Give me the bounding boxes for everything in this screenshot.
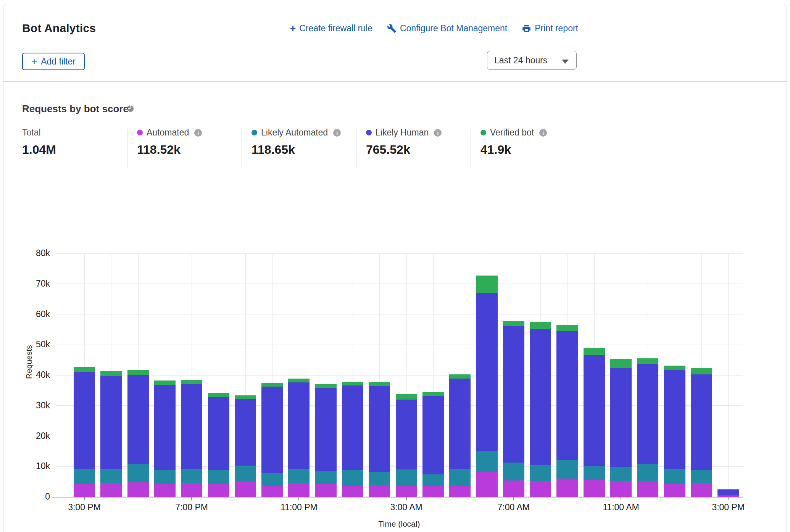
bar-segment-automated[interactable]: [556, 479, 578, 497]
bar-segment-verified-bot[interactable]: [584, 348, 605, 355]
bar-segment-verified-bot[interactable]: [100, 371, 122, 376]
bar-segment-automated[interactable]: [530, 481, 551, 497]
bar-segment-likely-automated[interactable]: [584, 466, 605, 480]
bar-segment-verified-bot[interactable]: [315, 384, 337, 388]
bar-segment-likely-automated[interactable]: [449, 469, 471, 486]
print-report-link[interactable]: Print report: [522, 23, 578, 34]
bar-segment-likely-human[interactable]: [503, 326, 524, 463]
bar-segment-likely-human[interactable]: [664, 370, 685, 469]
bar-segment-likely-automated[interactable]: [288, 469, 310, 483]
bar-segment-verified-bot[interactable]: [503, 321, 524, 326]
bar-segment-likely-human[interactable]: [315, 388, 337, 471]
bar-segment-automated[interactable]: [235, 482, 256, 497]
info-icon[interactable]: i: [333, 129, 341, 137]
bar-segment-likely-automated[interactable]: [369, 472, 390, 485]
bar-segment-verified-bot[interactable]: [127, 370, 149, 375]
bar-segment-likely-human[interactable]: [74, 372, 95, 469]
bar-segment-automated[interactable]: [288, 483, 310, 497]
bar-segment-automated[interactable]: [610, 481, 632, 497]
bar-segment-automated[interactable]: [664, 484, 685, 497]
bar-segment-likely-automated[interactable]: [637, 464, 658, 481]
bar-segment-likely-automated[interactable]: [610, 467, 632, 481]
bar-segment-likely-human[interactable]: [396, 400, 417, 469]
bar-segment-likely-human[interactable]: [717, 490, 739, 495]
bar-segment-likely-automated[interactable]: [235, 466, 256, 482]
bar-segment-likely-automated[interactable]: [154, 470, 176, 484]
bar-segment-likely-human[interactable]: [261, 387, 283, 473]
bar-segment-likely-human[interactable]: [637, 364, 658, 464]
bar-segment-automated[interactable]: [637, 481, 658, 497]
bar-segment-verified-bot[interactable]: [235, 395, 256, 399]
bar-segment-verified-bot[interactable]: [691, 368, 712, 374]
bar-segment-likely-automated[interactable]: [422, 474, 444, 486]
bar-segment-likely-human[interactable]: [369, 386, 390, 472]
bar-segment-likely-automated[interactable]: [503, 463, 524, 480]
bar-segment-likely-automated[interactable]: [315, 471, 337, 484]
bar-segment-likely-automated[interactable]: [717, 495, 739, 496]
info-icon[interactable]: i: [539, 129, 547, 137]
bar-segment-automated[interactable]: [261, 486, 283, 497]
bar-segment-verified-bot[interactable]: [717, 489, 739, 490]
bar-segment-likely-human[interactable]: [691, 374, 712, 470]
bar-segment-likely-automated[interactable]: [691, 470, 712, 483]
bar-segment-verified-bot[interactable]: [154, 380, 176, 385]
add-filter-button[interactable]: + Add filter: [22, 53, 85, 70]
bar-segment-likely-human[interactable]: [100, 376, 122, 469]
bar-segment-likely-human[interactable]: [208, 397, 229, 470]
bar-segment-verified-bot[interactable]: [422, 392, 444, 396]
bar-segment-automated[interactable]: [422, 486, 444, 497]
bar-segment-automated[interactable]: [127, 482, 149, 497]
bar-segment-likely-human[interactable]: [584, 355, 605, 467]
bar-segment-automated[interactable]: [181, 483, 202, 497]
bar-segment-likely-human[interactable]: [530, 329, 551, 465]
bar-segment-automated[interactable]: [315, 484, 337, 497]
bar-segment-likely-human[interactable]: [342, 385, 363, 470]
bar-segment-verified-bot[interactable]: [530, 322, 551, 329]
info-icon[interactable]: i: [434, 129, 442, 137]
bar-segment-likely-human[interactable]: [449, 379, 471, 469]
bar-segment-automated[interactable]: [154, 484, 176, 497]
bar-segment-automated[interactable]: [100, 483, 122, 497]
bar-segment-verified-bot[interactable]: [261, 383, 283, 387]
bar-segment-likely-automated[interactable]: [127, 464, 149, 482]
bar-segment-automated[interactable]: [584, 480, 605, 497]
bar-segment-likely-human[interactable]: [288, 382, 310, 469]
bar-segment-automated[interactable]: [449, 486, 471, 497]
bar-segment-likely-human[interactable]: [235, 399, 256, 466]
bar-segment-automated[interactable]: [208, 484, 229, 497]
bar-segment-verified-bot[interactable]: [208, 393, 229, 397]
time-range-select[interactable]: Last 24 hours: [487, 51, 577, 70]
bar-segment-verified-bot[interactable]: [181, 380, 202, 384]
bar-segment-automated[interactable]: [74, 484, 95, 497]
bar-segment-verified-bot[interactable]: [396, 394, 417, 400]
bar-segment-likely-human[interactable]: [127, 375, 149, 464]
bar-segment-likely-automated[interactable]: [530, 465, 551, 481]
create-firewall-rule-link[interactable]: + Create firewall rule: [290, 23, 372, 34]
bar-segment-verified-bot[interactable]: [664, 366, 685, 370]
bar-segment-likely-automated[interactable]: [396, 469, 417, 485]
bar-segment-likely-automated[interactable]: [181, 469, 202, 483]
bar-segment-verified-bot[interactable]: [369, 382, 390, 386]
bar-segment-likely-human[interactable]: [422, 396, 444, 474]
bar-segment-verified-bot[interactable]: [637, 358, 658, 364]
bar-segment-verified-bot[interactable]: [556, 325, 578, 331]
bar-segment-likely-human[interactable]: [556, 331, 578, 461]
bar-segment-likely-automated[interactable]: [556, 460, 578, 479]
bar-segment-likely-human[interactable]: [181, 384, 202, 469]
bar-segment-likely-automated[interactable]: [664, 469, 685, 484]
bar-segment-likely-automated[interactable]: [476, 451, 498, 472]
bar-segment-likely-automated[interactable]: [342, 470, 363, 486]
bar-segment-likely-automated[interactable]: [208, 470, 229, 484]
bar-segment-likely-automated[interactable]: [261, 473, 283, 486]
bar-segment-automated[interactable]: [342, 486, 363, 497]
bar-segment-likely-human[interactable]: [476, 293, 498, 451]
bar-segment-automated[interactable]: [691, 483, 712, 497]
bar-segment-automated[interactable]: [503, 480, 524, 497]
bar-segment-automated[interactable]: [396, 486, 417, 497]
bar-segment-verified-bot[interactable]: [288, 379, 310, 382]
bar-segment-verified-bot[interactable]: [610, 359, 632, 368]
bar-segment-likely-automated[interactable]: [74, 469, 95, 484]
info-icon[interactable]: i: [194, 129, 202, 137]
bar-segment-verified-bot[interactable]: [342, 382, 363, 386]
bar-segment-likely-human[interactable]: [610, 368, 632, 467]
